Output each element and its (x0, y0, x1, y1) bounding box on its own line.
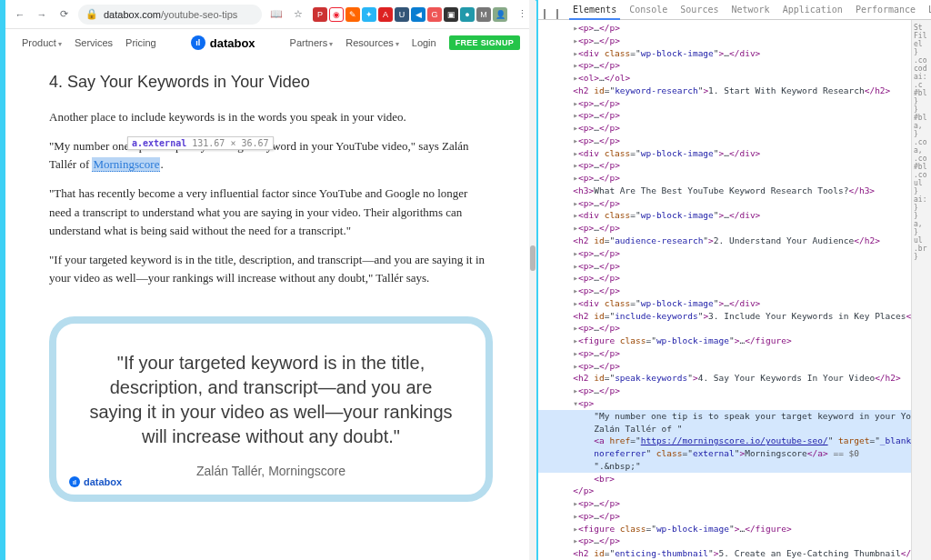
ext-icon[interactable]: P (313, 7, 327, 22)
dom-line[interactable]: ▸<p>…</p> (538, 109, 911, 122)
ext-icon[interactable]: M (476, 7, 491, 22)
dom-line[interactable]: ▸<div class="wp-block-image">…</div> (538, 47, 911, 60)
nav-product[interactable]: Product▾ (22, 37, 62, 48)
dom-line[interactable]: <h2 id="audience-research">2. Understand… (538, 235, 911, 247)
dom-line[interactable]: <h2 id="keyword-research">1. Start With … (538, 85, 911, 97)
styles-sidebar[interactable]: StFilel}.cocodai:.c#bl}}#bla,}.coa,.co#b… (911, 20, 931, 560)
back-icon[interactable]: ← (13, 7, 27, 22)
dom-line[interactable]: ▸<p>…</p> (538, 272, 911, 285)
styles-fragment: a, (914, 220, 929, 228)
dom-line[interactable]: <br> (538, 473, 911, 485)
dom-line[interactable]: ▸<figure class="wp-block-image">…</figur… (538, 523, 911, 535)
devtools-tab-application[interactable]: Application (779, 2, 846, 19)
dom-line[interactable]: ▸<p>…</p> (538, 510, 911, 523)
dom-line[interactable]: ▸<p>…</p> (538, 535, 911, 547)
forward-icon[interactable]: → (35, 7, 49, 22)
dom-line[interactable]: ▸<div class="wp-block-image">…</div> (538, 209, 911, 222)
styles-fragment: .c (914, 81, 929, 89)
dom-tree[interactable]: ▸<p>…</p> ▸<p>…</p> ▸<div class="wp-bloc… (538, 20, 911, 560)
devtools-tab-network[interactable]: Network (727, 2, 773, 19)
dom-line[interactable]: </p> (538, 485, 911, 497)
avatar-icon[interactable]: 👤 (493, 7, 507, 22)
styles-fragment: .co (914, 155, 929, 163)
styles-fragment: ai: (914, 73, 929, 81)
devtools-tab-elements[interactable]: Elements (569, 2, 620, 20)
nav-login[interactable]: Login (412, 37, 436, 48)
external-link[interactable]: Morningscore (92, 157, 160, 172)
ext-icon[interactable]: U (395, 7, 409, 22)
dom-line[interactable]: ▸<p>…</p> (538, 497, 911, 510)
logo-icon: ıl (69, 476, 80, 487)
dom-line[interactable]: ▸<p>…</p> (538, 135, 911, 147)
brand-logo[interactable]: ıl databox (191, 35, 255, 50)
ext-icon[interactable]: ◉ (329, 7, 344, 22)
ext-icon[interactable]: A (378, 7, 393, 22)
signup-button[interactable]: FREE SIGNUP (449, 35, 520, 50)
dom-line[interactable]: ▸<p>…</p> (538, 97, 911, 110)
styles-fragment: #bl (914, 114, 929, 122)
ext-icon[interactable]: G (427, 7, 442, 22)
dom-line[interactable]: ▸<p>…</p> (538, 197, 911, 210)
dom-line[interactable]: ▸<p>…</p> (538, 159, 911, 172)
dom-line[interactable]: ▸<p>…</p> (538, 122, 911, 135)
dom-line[interactable]: <h2 id="speak-keywords">4. Say Your Keyw… (538, 372, 911, 385)
dom-line[interactable]: ▸<figure class="wp-block-image">…</figur… (538, 335, 911, 347)
dom-line[interactable]: <h3>What Are The Best YouTube Keyword Re… (538, 185, 911, 197)
devtools-tab-console[interactable]: Console (626, 2, 671, 19)
inspect-icon[interactable] (544, 9, 546, 19)
dom-line[interactable]: ▸<p>…</p> (538, 247, 911, 260)
quote-card: "If your targeted keyword is in the titl… (49, 316, 493, 502)
dom-line[interactable]: ".&nbsp;" (538, 460, 911, 473)
dom-line[interactable]: <a href="https://morningscore.io/youtube… (538, 435, 911, 447)
ext-icon[interactable]: ✦ (362, 7, 376, 22)
reload-icon[interactable]: ⟳ (56, 7, 71, 22)
dom-line[interactable]: ▸<p>…</p> (538, 260, 911, 273)
ext-icon[interactable]: ✎ (345, 7, 360, 22)
quote-brand: ıl databox (69, 476, 122, 487)
dom-line[interactable]: ▸<div class="wp-block-image">…</div> (538, 147, 911, 160)
dom-line[interactable]: ▸<p>…</p> (538, 385, 911, 397)
scrollbar-thumb[interactable] (530, 245, 536, 271)
dom-line[interactable]: Zalán Tallér of " (538, 423, 911, 435)
nav-services[interactable]: Services (75, 37, 113, 48)
dom-line[interactable]: "My number one tip is to speak your targ… (538, 410, 911, 423)
nav-partners[interactable]: Partners▾ (290, 37, 334, 48)
dom-line[interactable]: ▸<p>…</p> (538, 172, 911, 185)
devtools-tab-performance[interactable]: Performance (852, 2, 919, 19)
styles-fragment: a, (914, 146, 929, 155)
dom-line[interactable]: ▾<p> (538, 397, 911, 410)
styles-fragment: .co (914, 56, 929, 65)
devtools-tab-lighthouse[interactable]: Lighthouse (925, 2, 931, 19)
scrollbar-vertical[interactable] (529, 0, 536, 560)
dom-line[interactable]: ▸<ol>…</ol> (538, 72, 911, 85)
styles-fragment: ul (914, 236, 929, 245)
dom-line[interactable]: ▸<p>…</p> (538, 322, 911, 335)
dom-line[interactable]: ▸<p>…</p> (538, 285, 911, 297)
dom-line[interactable]: ▸<p>…</p> (538, 22, 911, 35)
menu-icon[interactable]: ⋮ (515, 7, 529, 22)
styles-fragment: .br (914, 245, 929, 253)
address-bar[interactable]: 🔒 databox.com/youtube-seo-tips (78, 5, 262, 25)
dom-line[interactable]: ▸<p>…</p> (538, 222, 911, 235)
dom-line[interactable]: <h2 id="enticing-thumbnail">5. Create an… (538, 547, 911, 560)
logo-icon: ıl (191, 35, 205, 50)
device-icon[interactable] (556, 9, 558, 19)
styles-fragment: el (914, 40, 929, 48)
dom-line[interactable]: ▸<p>…</p> (538, 360, 911, 373)
styles-fragment: } (914, 187, 929, 195)
dom-line[interactable]: <h2 id="include-keywords">3. Include You… (538, 310, 911, 323)
dom-line[interactable]: ▸<p>…</p> (538, 59, 911, 72)
ext-icon[interactable]: ▣ (444, 7, 458, 22)
ext-icon[interactable]: ● (460, 7, 475, 22)
star-icon[interactable]: ☆ (291, 7, 305, 22)
devtools-tab-sources[interactable]: Sources (676, 2, 722, 19)
dom-line[interactable]: ▸<p>…</p> (538, 347, 911, 360)
dom-line[interactable]: noreferrer" class="external">Morningscor… (538, 447, 911, 460)
ext-icon[interactable]: ◀ (411, 7, 425, 22)
nav-resources[interactable]: Resources▾ (345, 37, 399, 48)
nav-pricing[interactable]: Pricing (125, 37, 156, 48)
dom-line[interactable]: ▸<p>…</p> (538, 35, 911, 47)
reader-icon[interactable]: 📖 (269, 7, 284, 22)
styles-fragment: .co (914, 138, 929, 146)
dom-line[interactable]: ▸<div class="wp-block-image">…</div> (538, 297, 911, 310)
